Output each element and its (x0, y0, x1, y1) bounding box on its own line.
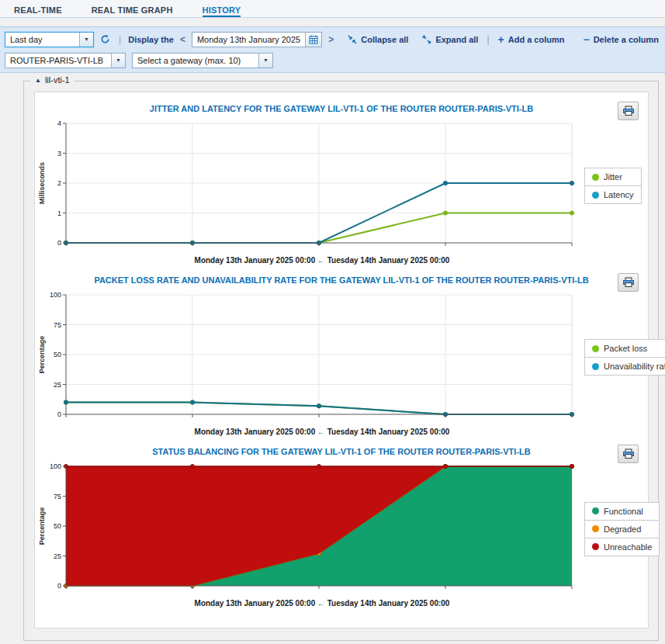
svg-text:25: 25 (54, 381, 61, 389)
legend: Packet lossUnavailability rate (584, 340, 665, 376)
legend-label: Unreachable (604, 542, 652, 552)
refresh-button[interactable] (99, 34, 112, 44)
printer-icon (622, 448, 635, 459)
legend-label: Jitter (604, 172, 622, 182)
svg-text:Milliseconds: Milliseconds (38, 162, 46, 204)
chart-jitter-latency: JITTER AND LATENCY FOR THE GATEWAY LIL-V… (35, 95, 648, 267)
expand-all-icon (422, 35, 431, 44)
svg-text:1: 1 (57, 209, 61, 217)
svg-text:0: 0 (57, 582, 61, 590)
print-button[interactable] (618, 445, 639, 463)
print-button[interactable] (618, 102, 639, 120)
gateway-select-dropdown-icon[interactable]: ▼ (258, 54, 272, 68)
svg-text:100: 100 (50, 291, 61, 299)
gateway-select[interactable]: Select a gateway (max. 10) ▼ (132, 53, 273, 68)
delete-column-button[interactable]: − Delete a column (581, 35, 660, 44)
date-field-value: Monday 13th January 2025 (192, 35, 305, 44)
tab-real-time-graph[interactable]: REAL TIME GRAPH (92, 5, 173, 17)
display-the-label: Display the (128, 35, 174, 44)
legend-dot (592, 525, 599, 532)
svg-text:25: 25 (54, 552, 61, 560)
toolbar-separator-2: | (484, 34, 491, 45)
panel-header[interactable]: ▲ lil-vti-1 (30, 75, 74, 85)
panel-title: lil-vti-1 (45, 75, 70, 85)
legend-dot (592, 507, 599, 514)
period-select-value: Last day (5, 35, 79, 44)
printer-icon (622, 106, 635, 116)
legend-item-latency: Latency (584, 185, 642, 204)
toolbar-row-2: ROUTER-PARIS-VTI-LB ▼ Select a gateway (… (5, 50, 660, 70)
tab-history[interactable]: HISTORY (203, 5, 241, 17)
legend-item-unreachable: Unreachable (584, 538, 660, 556)
chart-canvas-status-balancing: 0255075100Percentage (35, 460, 578, 598)
toolbar-row-1: Last day ▼ | Display the < Monday 13th J… (5, 29, 660, 49)
legend-label: Degraded (604, 525, 641, 534)
print-button[interactable] (618, 273, 639, 292)
legend-item-packet-loss: Packet loss (584, 339, 665, 358)
legend-dot (592, 192, 599, 199)
collapse-all-icon (348, 35, 357, 44)
svg-text:50: 50 (54, 522, 61, 530)
period-select[interactable]: Last day ▼ (5, 32, 94, 47)
legend-label: Functional (604, 507, 643, 516)
legend: JitterLatency (584, 168, 642, 204)
toolbar-separator: | (116, 34, 123, 45)
router-select-dropdown-icon[interactable]: ▼ (111, 54, 125, 68)
printer-icon (622, 277, 635, 288)
legend: FunctionalDegradedUnreachable (584, 503, 660, 556)
svg-text:75: 75 (54, 321, 61, 329)
legend-dot (592, 174, 599, 181)
chart-status-balancing: STATUS BALANCING FOR THE GATEWAY LIL-VTI… (35, 438, 648, 610)
page-body: ▲ lil-vti-1 JITTER AND LATENCY FOR THE G… (0, 73, 665, 641)
app-root: REAL-TIME REAL TIME GRAPH HISTORY Last d… (0, 0, 665, 644)
add-column-button[interactable]: + Add a column (497, 35, 566, 44)
gateway-select-value: Select a gateway (max. 10) (133, 56, 258, 65)
svg-text:4: 4 (57, 119, 61, 127)
x-axis-label: Monday 13th January 2025 00:00 ← Tuesday… (35, 428, 609, 438)
tab-bar: REAL-TIME REAL TIME GRAPH HISTORY (0, 0, 665, 18)
collapse-all-button[interactable]: Collapse all (346, 35, 410, 44)
legend-label: Latency (604, 190, 634, 199)
calendar-button[interactable] (305, 33, 321, 47)
legend-label: Unavailability rate (604, 362, 665, 371)
date-field[interactable]: Monday 13th January 2025 (192, 32, 322, 47)
previous-day-button[interactable]: < (178, 34, 187, 45)
x-axis-label: Monday 13th January 2025 00:00 ← Tuesday… (35, 599, 609, 610)
x-axis-label: Monday 13th January 2025 00:00 ← Tuesday… (35, 256, 609, 267)
gateway-panel: ▲ lil-vti-1 JITTER AND LATENCY FOR THE G… (23, 81, 659, 641)
legend-dot (592, 363, 599, 370)
chart-canvas-jitter-latency: 01234Milliseconds (35, 117, 578, 255)
chart-row: 01234Milliseconds JitterLatency (35, 117, 648, 255)
svg-text:Percentage: Percentage (38, 507, 46, 545)
collapse-triangle-icon: ▲ (35, 77, 41, 84)
toolbar: Last day ▼ | Display the < Monday 13th J… (0, 26, 665, 73)
chart-title: JITTER AND LATENCY FOR THE GATEWAY LIL-V… (35, 102, 648, 116)
refresh-icon (100, 34, 110, 44)
calendar-icon (309, 35, 318, 44)
legend-item-unavailability-rate: Unavailability rate (584, 357, 665, 376)
svg-text:75: 75 (54, 493, 61, 500)
svg-text:50: 50 (54, 351, 61, 358)
svg-text:2: 2 (57, 179, 61, 187)
charts-card: JITTER AND LATENCY FOR THE GATEWAY LIL-V… (34, 92, 649, 628)
tab-real-time[interactable]: REAL-TIME (14, 5, 62, 17)
legend-item-degraded: Degraded (584, 520, 660, 538)
svg-text:100: 100 (50, 462, 61, 470)
expand-all-button[interactable]: Expand all (421, 35, 480, 44)
legend-item-functional: Functional (584, 502, 660, 521)
legend-dot (592, 345, 599, 352)
legend-label: Packet loss (604, 344, 647, 353)
plus-icon: + (498, 35, 504, 44)
chart-packet-loss-unavailability: PACKET LOSS RATE AND UNAVAILABILITY RATE… (35, 267, 648, 438)
router-select[interactable]: ROUTER-PARIS-VTI-LB ▼ (5, 53, 126, 68)
svg-text:3: 3 (57, 150, 61, 158)
chart-row: 0255075100Percentage FunctionalDegradedU… (35, 460, 648, 598)
minus-icon: − (583, 35, 589, 44)
svg-text:0: 0 (57, 239, 61, 247)
chart-canvas-packet-loss: 0255075100Percentage (35, 289, 578, 427)
chart-title: STATUS BALANCING FOR THE GATEWAY LIL-VTI… (35, 445, 648, 459)
period-select-dropdown-icon[interactable]: ▼ (79, 33, 93, 47)
chart-title: PACKET LOSS RATE AND UNAVAILABILITY RATE… (35, 273, 648, 287)
next-day-button[interactable]: > (327, 34, 335, 45)
chart-row: 0255075100Percentage Packet lossUnavaila… (35, 289, 648, 427)
